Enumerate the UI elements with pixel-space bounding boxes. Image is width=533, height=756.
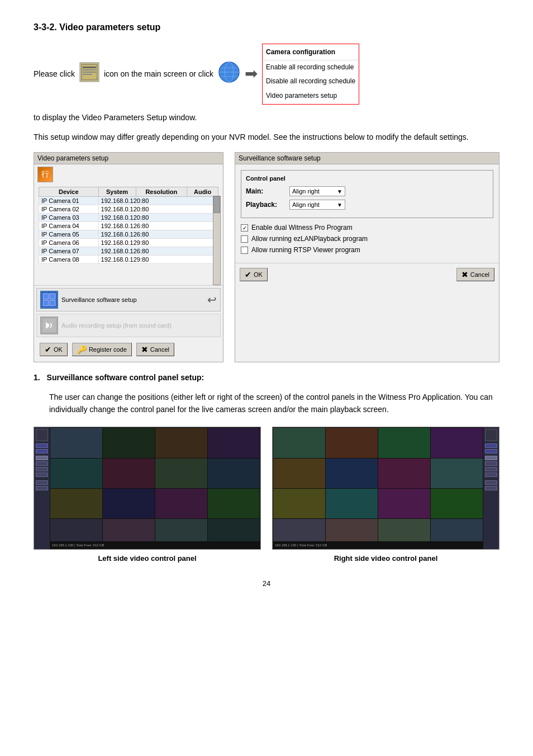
cancel-icon: ✖ <box>141 345 148 354</box>
page-number: 24 <box>34 579 499 588</box>
ok-button[interactable]: ✔ OK <box>40 343 68 356</box>
right-screenshot: 192.168.1.100 | Total Free: 512 GB Right… <box>272 427 499 563</box>
cell-system: 192.168.0.126:80 <box>98 222 218 230</box>
menu-item-camera-config[interactable]: Camera configuration <box>263 45 359 60</box>
svg-rect-12 <box>43 294 49 299</box>
cancel-button[interactable]: ✖ Cancel <box>136 343 174 356</box>
surv-cancel-button[interactable]: ✖ Cancel <box>456 268 494 281</box>
checkbox-enable-dual[interactable] <box>241 224 248 231</box>
surveillance-row[interactable]: Surveillance software setup ↩ <box>36 288 221 311</box>
display-text: to display the Video Parameters Setup wi… <box>34 111 499 124</box>
cell-system: 192.168.0.129:80 <box>98 256 218 264</box>
table-row: IP Camera 01192.168.0.120:80 <box>39 197 218 205</box>
svg-rect-13 <box>50 294 55 299</box>
checkbox-row-2: Allow running ezLANPlayback program <box>241 235 493 243</box>
left-screenshot-img: 192.168.1.100 | Total Free: 512 GB <box>34 427 261 550</box>
surveillance-icon <box>40 291 58 309</box>
col-resolution: Resolution <box>136 187 187 197</box>
surv-body: Control panel Main: Align right ▼ Playba… <box>235 164 499 263</box>
cell-device: IP Camera 07 <box>39 247 99 256</box>
cell-device: IP Camera 06 <box>39 239 99 247</box>
right-screenshot-img: 192.168.1.100 | Total Free: 512 GB <box>272 427 499 550</box>
camera-table: Device System Resolution Audio IP Camera… <box>39 187 218 264</box>
screenshots-row: 192.168.1.100 | Total Free: 512 GB Left … <box>34 427 499 563</box>
cell-system: 192.168.0.120:80 <box>98 205 218 214</box>
arrow-icon: ➡ <box>245 60 258 88</box>
playback-dropdown[interactable]: Align right ▼ <box>289 200 345 210</box>
control-panel-label: Control panel <box>246 175 488 182</box>
table-row: IP Camera 07192.168.0.126:80 <box>39 247 218 256</box>
window-icon: 行 <box>37 167 53 182</box>
main-label: Main: <box>246 187 285 195</box>
ok-icon: ✔ <box>45 345 51 354</box>
surv-window: Surveillance software setup Control pane… <box>235 152 499 362</box>
playback-dropdown-arrow-icon: ▼ <box>337 202 342 208</box>
table-row: IP Camera 08192.168.0.129:80 <box>39 256 218 264</box>
svg-rect-2 <box>83 67 96 68</box>
curved-arrow-icon: ↩ <box>207 293 217 306</box>
main-panel-row: Main: Align right ▼ <box>246 186 488 196</box>
menu-item-video-params[interactable]: Video parameters setup <box>263 89 359 103</box>
svg-rect-3 <box>83 69 96 70</box>
svg-rect-14 <box>43 300 49 306</box>
camera-icon <box>79 62 99 87</box>
audio-icon <box>40 316 58 334</box>
cell-device: IP Camera 08 <box>39 256 99 264</box>
main-dropdown-value: Align right <box>292 188 320 195</box>
surveillance-label: Surveillance software setup <box>61 296 137 303</box>
section1-number: 1. <box>34 373 40 382</box>
cell-device: IP Camera 03 <box>39 214 99 222</box>
left-screenshot: 192.168.1.100 | Total Free: 512 GB Left … <box>34 427 261 563</box>
cell-system: 192.168.0.126:80 <box>98 230 218 239</box>
checkbox-3-label: Allow running RTSP Viewer program <box>251 246 360 254</box>
cell-system: 192.168.0.126:80 <box>98 247 218 256</box>
checkbox-row-3: Allow running RTSP Viewer program <box>241 246 493 254</box>
cell-system: 192.168.0.120:80 <box>98 214 218 222</box>
menu-item-disable-all[interactable]: Disable all recording schedule <box>263 74 359 89</box>
camera-table-wrapper: Device System Resolution Audio IP Camera… <box>34 185 223 285</box>
checkbox-2-label: Allow running ezLANPlayback program <box>251 235 368 243</box>
surv-ok-button[interactable]: ✔ OK <box>240 268 268 281</box>
playback-dropdown-value: Align right <box>292 201 320 208</box>
checkbox-ezlan[interactable] <box>241 235 248 243</box>
table-row: IP Camera 04192.168.0.126:80 <box>39 222 218 230</box>
svg-rect-15 <box>50 300 55 306</box>
section-title: 3-3-2. Video parameters setup <box>34 22 499 32</box>
register-icon: 🔑 <box>77 345 87 354</box>
checkbox-1-label: Enable dual Witness Pro Program <box>251 224 353 231</box>
surv-cancel-icon: ✖ <box>461 270 468 279</box>
cell-device: IP Camera 04 <box>39 222 99 230</box>
col-audio: Audio <box>187 187 218 197</box>
checkbox-rtsp[interactable] <box>241 247 248 254</box>
table-row: IP Camera 05192.168.0.126:80 <box>39 230 218 239</box>
description1: This setup window may differ greatly dep… <box>34 131 499 143</box>
cell-system: 192.168.0.120:80 <box>98 197 218 205</box>
main-dropdown[interactable]: Align right ▼ <box>289 186 345 196</box>
register-button[interactable]: 🔑 Register code <box>72 343 132 356</box>
surv-title: Surveillance software setup <box>235 153 499 164</box>
playback-label: Playback: <box>246 201 285 209</box>
cell-device: IP Camera 05 <box>39 230 99 239</box>
cell-system: 192.168.0.129:80 <box>98 239 218 247</box>
intro-text1: Please click <box>34 67 75 81</box>
col-system: System <box>98 187 136 197</box>
left-caption: Left side video control panel <box>34 554 261 563</box>
table-row: IP Camera 06192.168.0.129:80 <box>39 239 218 247</box>
cell-device: IP Camera 02 <box>39 205 99 214</box>
video-params-window: Video parameters setup 行 Device System R… <box>34 152 223 362</box>
menu-item-enable-all[interactable]: Enable all recording schedule <box>263 60 359 75</box>
svg-rect-4 <box>83 72 96 73</box>
audio-label: Audio recording setup (from sound card) <box>61 322 172 329</box>
section1-title: Surveillance software control panel setu… <box>47 373 204 382</box>
section1-body: The user can change the positions (eithe… <box>49 391 499 416</box>
window-bottom: Surveillance software setup ↩ Audio reco… <box>34 285 223 362</box>
ok-cancel-bar: ✔ OK 🔑 Register code ✖ Cancel <box>36 339 221 360</box>
audio-row: Audio recording setup (from sound card) <box>36 314 221 337</box>
svg-rect-5 <box>83 74 92 75</box>
cell-device: IP Camera 01 <box>39 197 99 205</box>
playback-panel-row: Playback: Align right ▼ <box>246 200 488 210</box>
table-scrollbar[interactable] <box>213 196 221 285</box>
surv-ok-icon: ✔ <box>245 270 251 279</box>
checkbox-row-1: Enable dual Witness Pro Program <box>241 224 493 231</box>
main-dropdown-arrow-icon: ▼ <box>337 188 342 195</box>
